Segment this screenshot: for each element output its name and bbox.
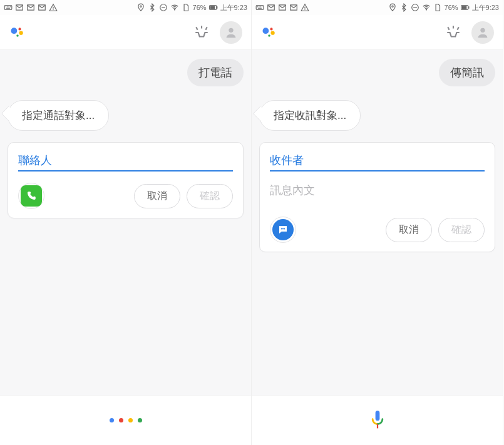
warning-icon <box>301 3 309 12</box>
contact-field[interactable]: 聯絡人 <box>18 153 233 170</box>
cancel-button[interactable]: 取消 <box>386 218 432 242</box>
sim-icon <box>182 3 190 12</box>
svg-point-17 <box>16 34 19 37</box>
svg-point-18 <box>229 28 233 32</box>
warning-icon <box>49 3 58 12</box>
svg-rect-26 <box>304 9 305 10</box>
status-bar: 76% 上午9:23 <box>252 0 503 15</box>
svg-point-16 <box>19 31 23 34</box>
svg-point-36 <box>268 34 270 37</box>
svg-rect-42 <box>376 424 378 428</box>
svg-rect-32 <box>461 6 466 9</box>
mail-icon <box>38 3 46 12</box>
account-avatar[interactable] <box>220 21 242 44</box>
battery-text: 76% <box>445 4 458 11</box>
app-header <box>252 15 503 50</box>
explore-icon[interactable] <box>444 23 463 42</box>
assistant-logo-icon <box>260 24 278 41</box>
svg-rect-1 <box>6 6 6 7</box>
phone-left: 76% 上午9:23 打電話 指定通話對象... <box>0 0 252 445</box>
clock-text: 上午9:23 <box>220 3 247 13</box>
bluetooth-icon <box>399 3 408 12</box>
battery-icon <box>461 3 470 12</box>
chat-area: 打電話 指定通話對象... 聯絡人 取消 確認 <box>0 50 251 395</box>
svg-rect-0 <box>4 6 12 10</box>
svg-rect-22 <box>260 6 261 7</box>
svg-rect-5 <box>6 8 10 9</box>
explore-icon[interactable] <box>192 23 211 42</box>
call-card: 聯絡人 取消 確認 <box>8 142 244 218</box>
microphone-icon[interactable] <box>365 408 390 433</box>
svg-rect-4 <box>10 6 11 7</box>
loading-dots-icon <box>110 418 142 422</box>
location-icon <box>388 3 397 12</box>
svg-point-10 <box>174 9 175 10</box>
svg-point-8 <box>140 6 141 7</box>
svg-rect-13 <box>210 6 215 9</box>
svg-rect-25 <box>304 7 305 9</box>
field-underline <box>18 170 233 171</box>
svg-rect-24 <box>258 8 262 9</box>
svg-point-15 <box>18 28 21 30</box>
message-app-icon[interactable] <box>270 217 296 243</box>
recipient-field[interactable]: 收件者 <box>270 153 485 170</box>
svg-point-40 <box>284 228 285 230</box>
svg-point-27 <box>391 6 393 7</box>
svg-point-34 <box>270 28 272 30</box>
confirm-button: 確認 <box>187 184 233 208</box>
keyboard-icon <box>4 3 13 12</box>
app-header <box>0 15 251 50</box>
svg-rect-23 <box>262 6 262 7</box>
footer <box>252 395 503 445</box>
phone-app-icon[interactable] <box>18 183 44 209</box>
battery-icon <box>209 3 218 12</box>
dnd-icon <box>159 3 168 12</box>
sim-icon <box>433 3 442 12</box>
status-bar: 76% 上午9:23 <box>0 0 251 15</box>
keyboard-icon <box>255 3 264 12</box>
svg-point-14 <box>11 28 18 34</box>
cancel-button[interactable]: 取消 <box>134 184 180 208</box>
svg-rect-21 <box>259 6 259 7</box>
svg-rect-20 <box>257 6 258 7</box>
location-icon <box>136 3 145 12</box>
bluetooth-icon <box>148 3 157 12</box>
footer <box>0 395 251 445</box>
mail-icon <box>267 3 275 12</box>
phone-right: 76% 上午9:23 傳簡訊 指定收訊對象... <box>252 0 503 445</box>
account-avatar[interactable] <box>471 21 494 44</box>
wifi-icon <box>170 3 179 12</box>
mail-icon <box>26 3 35 12</box>
assistant-logo-icon <box>9 24 26 41</box>
svg-point-37 <box>480 28 485 32</box>
mail-icon <box>289 3 298 12</box>
svg-point-33 <box>263 28 269 34</box>
message-body-field[interactable]: 訊息內文 <box>270 183 485 198</box>
battery-text: 76% <box>193 4 207 11</box>
svg-point-38 <box>281 228 282 230</box>
svg-rect-12 <box>217 6 217 9</box>
dnd-icon <box>411 3 419 12</box>
mail-icon <box>15 3 24 12</box>
mail-icon <box>278 3 287 12</box>
svg-rect-19 <box>256 6 264 10</box>
user-bubble: 傳簡訊 <box>439 59 495 86</box>
clock-text: 上午9:23 <box>472 3 499 13</box>
assistant-bubble: 指定收訊對象... <box>259 100 361 131</box>
field-underline <box>270 170 485 171</box>
svg-rect-31 <box>468 6 469 9</box>
svg-point-39 <box>282 228 284 230</box>
svg-rect-2 <box>7 6 8 7</box>
sms-card: 收件者 訊息內文 取消 確認 <box>259 142 495 252</box>
svg-rect-6 <box>53 7 53 9</box>
chat-area: 傳簡訊 指定收訊對象... 收件者 訊息內文 取消 確認 <box>252 50 503 395</box>
assistant-bubble: 指定通話對象... <box>8 100 109 131</box>
svg-rect-3 <box>9 6 9 7</box>
svg-point-35 <box>270 31 274 34</box>
wifi-icon <box>422 3 431 12</box>
svg-rect-41 <box>375 411 379 421</box>
confirm-button: 確認 <box>438 218 485 242</box>
svg-point-29 <box>426 9 426 10</box>
user-bubble: 打電話 <box>187 59 244 86</box>
svg-rect-7 <box>53 9 53 10</box>
